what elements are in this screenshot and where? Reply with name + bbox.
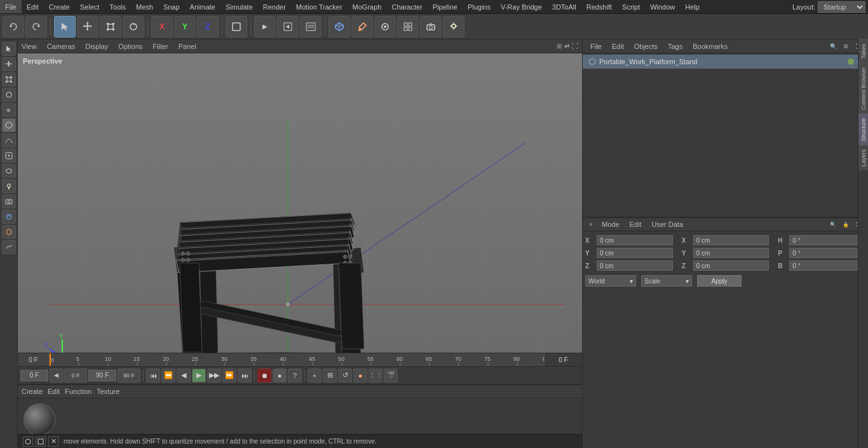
- attr-b-field[interactable]: 0 °: [789, 261, 865, 271]
- light-button[interactable]: [443, 16, 465, 37]
- attr-y-pos-field[interactable]: 0 cm: [597, 248, 673, 258]
- sidebar-camera[interactable]: [2, 194, 16, 208]
- goto-start-btn[interactable]: ⏮: [146, 369, 160, 383]
- menu-pipeline[interactable]: Pipeline: [428, 0, 463, 13]
- add-key-btn[interactable]: +: [308, 369, 322, 383]
- right-tab-structure[interactable]: Structure: [858, 114, 868, 146]
- viewport-menu-view[interactable]: View: [22, 43, 37, 50]
- sidebar-scale[interactable]: [2, 72, 16, 86]
- goto-end-btn[interactable]: ⏭: [238, 369, 252, 383]
- viewport-menu-panel[interactable]: Panel: [179, 43, 196, 50]
- sidebar-generator[interactable]: [2, 149, 16, 163]
- sidebar-polygon[interactable]: [2, 118, 16, 132]
- move-tool-button[interactable]: [77, 16, 98, 37]
- attr-x-pos-field[interactable]: 0 cm: [597, 235, 673, 245]
- attr-menu-mode[interactable]: Mode: [598, 221, 623, 228]
- right-tab-content-browser[interactable]: Content Browser: [858, 63, 868, 114]
- object-row-main[interactable]: Portable_Work_Platform_Stand: [583, 55, 868, 69]
- menu-simulate[interactable]: Simulate: [220, 0, 258, 13]
- grid-button[interactable]: [397, 16, 419, 37]
- viewport-menu-display[interactable]: Display: [85, 43, 108, 50]
- material-menu-edit[interactable]: Edit: [48, 388, 60, 395]
- camera-button[interactable]: [420, 16, 442, 37]
- auto-key-btn[interactable]: ●: [273, 369, 287, 383]
- sidebar-null[interactable]: ⊕: [2, 103, 16, 117]
- viewport[interactable]: View Cameras Display Options Filter Pane…: [18, 39, 582, 353]
- menu-snap[interactable]: Snap: [158, 0, 185, 13]
- max-frame-field[interactable]: 90 F: [118, 369, 140, 383]
- axis-x-button[interactable]: X: [151, 16, 173, 37]
- playback-tools2[interactable]: ↺: [338, 369, 352, 383]
- playback-tools5[interactable]: 🎬: [384, 369, 398, 383]
- attr-menu-edit[interactable]: Edit: [626, 221, 646, 228]
- menu-3dtoall[interactable]: 3DToAll: [547, 0, 581, 13]
- viewport-icon-fullscreen[interactable]: ⛶: [572, 43, 578, 50]
- prev-frame-field[interactable]: 0 F: [64, 369, 87, 383]
- attr-z-scale-field[interactable]: 0 cm: [693, 261, 770, 271]
- viewport-menu-cameras[interactable]: Cameras: [47, 43, 76, 50]
- next-frame-btn[interactable]: ▶▶: [207, 369, 221, 383]
- scale-dropdown[interactable]: Scale ▾: [641, 275, 692, 287]
- render-viewport-button[interactable]: ▶: [254, 16, 276, 37]
- playback-tools4[interactable]: ⋮⋮: [369, 369, 383, 383]
- viewport-icon-swap[interactable]: ⇄: [564, 43, 569, 50]
- objects-settings-btn[interactable]: ⚙: [840, 41, 851, 52]
- menu-edit[interactable]: Edit: [22, 0, 44, 13]
- material-menu-create[interactable]: Create: [22, 388, 43, 395]
- cube-view-button[interactable]: [329, 16, 350, 37]
- attr-x-scale-field[interactable]: 0 cm: [693, 235, 770, 245]
- menu-tools[interactable]: Tools: [104, 0, 131, 13]
- menu-motion-tracker[interactable]: Motion Tracker: [291, 0, 348, 13]
- sidebar-sculpt[interactable]: [2, 240, 16, 254]
- frame-start-field[interactable]: 0 F: [20, 370, 48, 381]
- material-menu-texture[interactable]: Texture: [97, 388, 119, 395]
- status-icon2[interactable]: [36, 437, 46, 447]
- scale-tool-button[interactable]: [100, 16, 121, 37]
- viewport-menu-options[interactable]: Options: [118, 43, 142, 50]
- attr-lock-btn[interactable]: 🔒: [840, 219, 851, 230]
- menu-character[interactable]: Character: [386, 0, 427, 13]
- attr-search-btn[interactable]: 🔍: [827, 219, 839, 230]
- record-btn[interactable]: ⏺: [257, 369, 271, 383]
- objects-menu-file[interactable]: File: [587, 43, 606, 50]
- menu-mesh[interactable]: Mesh: [131, 0, 158, 13]
- frame-back-btn[interactable]: ◀|: [50, 369, 64, 383]
- frame-end-field[interactable]: 90 F: [88, 370, 116, 381]
- menu-mograph[interactable]: MoGraph: [348, 0, 387, 13]
- menu-plugins[interactable]: Plugins: [463, 0, 496, 13]
- menu-window[interactable]: Window: [645, 0, 680, 13]
- attr-z-pos-field[interactable]: 0 cm: [597, 261, 673, 271]
- sidebar-deformer[interactable]: [2, 164, 16, 178]
- object-vis-dot[interactable]: [848, 58, 854, 65]
- viewport-icon-expand[interactable]: ⊞: [557, 43, 562, 50]
- axis-z-button[interactable]: Z: [197, 16, 219, 37]
- axis-y-button[interactable]: Y: [174, 16, 196, 37]
- right-tab-layers[interactable]: Layers: [858, 145, 868, 170]
- object-mode-button[interactable]: [226, 16, 247, 37]
- attr-h-field[interactable]: 0 °: [789, 235, 865, 245]
- undo-button[interactable]: [3, 16, 24, 37]
- menu-script[interactable]: Script: [617, 0, 645, 13]
- sidebar-material[interactable]: [2, 225, 16, 239]
- prev-key-btn[interactable]: ⏪: [161, 369, 175, 383]
- menu-create[interactable]: Create: [44, 0, 75, 13]
- sidebar-paint[interactable]: [2, 210, 16, 224]
- world-dropdown[interactable]: World ▾: [585, 275, 636, 287]
- objects-menu-objects[interactable]: Objects: [630, 43, 661, 50]
- layout-select[interactable]: Startup Standard: [818, 1, 865, 13]
- next-key-btn[interactable]: ⏩: [222, 369, 236, 383]
- paint-tool-button[interactable]: [351, 16, 373, 37]
- sidebar-rotate[interactable]: [2, 88, 16, 102]
- attr-y-scale-field[interactable]: 0 cm: [693, 248, 770, 258]
- play-btn[interactable]: ▶: [192, 369, 206, 383]
- status-icon3[interactable]: ✕: [48, 437, 58, 447]
- menu-render[interactable]: Render: [258, 0, 291, 13]
- attr-menu-userdata[interactable]: User Data: [648, 221, 688, 228]
- sidebar-spline[interactable]: [2, 133, 16, 147]
- timeline-track[interactable]: 0 5 10 15 20 25 30 35: [50, 353, 544, 366]
- objects-menu-tags[interactable]: Tags: [664, 43, 686, 50]
- menu-select[interactable]: Select: [75, 0, 105, 13]
- attr-icon1[interactable]: ≡: [587, 220, 595, 229]
- menu-redshift[interactable]: Redshift: [581, 0, 617, 13]
- redo-button[interactable]: [25, 16, 47, 37]
